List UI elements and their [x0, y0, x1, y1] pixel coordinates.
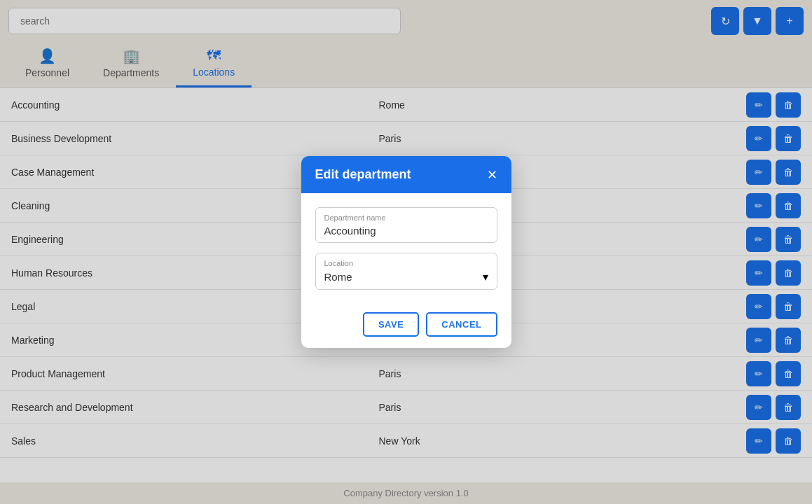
modal-header: Edit department ✕ [301, 156, 511, 193]
modal-title: Edit department [315, 167, 411, 182]
department-name-label: Department name [324, 214, 488, 222]
location-field[interactable]: Location Rome ▾ [315, 253, 497, 290]
modal-overlay: Edit department ✕ Department name Accoun… [0, 0, 812, 504]
department-name-field[interactable]: Department name Accounting [315, 207, 497, 243]
edit-department-modal: Edit department ✕ Department name Accoun… [301, 156, 511, 348]
department-name-value: Accounting [324, 225, 488, 237]
close-icon: ✕ [487, 168, 497, 182]
location-value: Rome [324, 271, 352, 283]
dropdown-icon: ▾ [483, 270, 488, 284]
location-select-row: Rome ▾ [324, 270, 488, 284]
location-label: Location [324, 259, 488, 267]
modal-footer: SAVE CANCEL [301, 304, 511, 348]
cancel-button[interactable]: CANCEL [426, 312, 497, 337]
modal-body: Department name Accounting Location Rome… [301, 193, 511, 304]
save-button[interactable]: SAVE [363, 312, 419, 337]
modal-close-button[interactable]: ✕ [487, 169, 497, 181]
